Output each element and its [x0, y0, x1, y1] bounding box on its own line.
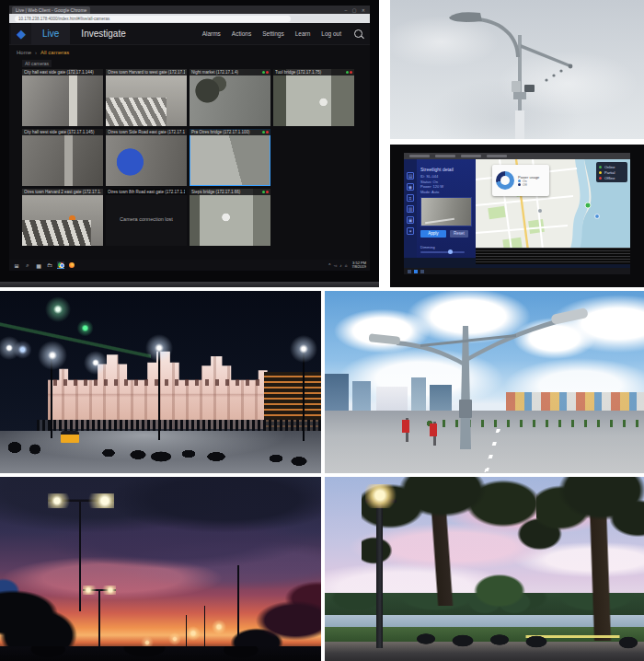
camera-label: Otres town Side Road east gate (172.17.1…	[108, 129, 185, 135]
camera-label: Otres town 8th Road east gate (172.17.1.…	[108, 189, 185, 195]
camera-label: Otres town Harvard to west gate (172.17.…	[108, 69, 185, 75]
tab-live: Live	[31, 23, 70, 45]
connection-lost-message: Camera connection lost	[106, 216, 187, 222]
donut-chart	[496, 171, 514, 190]
browser-tab: Live | Web Client - Google Chrome	[12, 6, 90, 14]
button-row: Apply Reset	[420, 230, 472, 238]
camera-label: City hall east side gate (172.17.1.144)	[24, 69, 101, 75]
system-tray: ^ ◅ ♪ ⌂ 3:52 PM 7/8/2019	[328, 261, 370, 270]
camera-label: Steps bridge (172.17.1.66)	[191, 189, 261, 195]
firefox-logo	[69, 262, 75, 268]
breadcrumb-home: Home	[17, 50, 31, 55]
right-luminaire	[550, 307, 588, 325]
streetlight-pole-graphic	[390, 0, 644, 139]
photo-collage: Live | Web Client - Google Chrome – ▢ ✕ …	[0, 0, 644, 661]
menu-item-alarms: Alarms	[202, 30, 221, 37]
vms-navbar: ◆ Live Investigate Alarms Actions Settin…	[9, 23, 370, 45]
detail-panel: Streetlight detail ID: SL-044 Status: On…	[420, 167, 472, 255]
laptop-taskbar	[404, 268, 630, 274]
slider-label: Dimming	[420, 245, 472, 249]
antenna-boom	[521, 44, 570, 67]
browser-tab	[461, 155, 481, 157]
status-dot-green	[599, 166, 602, 168]
laptop-screen: ▤ ◉ ≡ ▥ ▣ ✶ Streetlight detail ID: SL-04…	[404, 153, 630, 274]
tray-icons: ^ ◅ ♪ ⌂	[328, 263, 348, 268]
search-taskbar-icon: ⌕	[24, 261, 31, 269]
status-dot-green	[262, 131, 265, 133]
photo-sunset-streetlights	[0, 477, 321, 661]
camera-tile: Otres town Harvard 2 east gate (172.17.1…	[22, 189, 103, 246]
detail-title: Streetlight detail	[420, 167, 472, 172]
status-dot-red	[266, 191, 269, 193]
clock-date: 7/8/2019	[351, 265, 366, 270]
browser-tab	[435, 155, 455, 157]
panel-title: All cameras	[22, 60, 52, 67]
map-layers-icon: ▤	[407, 172, 414, 180]
photo-laptop-map-app: ▤ ◉ ≡ ▥ ▣ ✶ Streetlight detail ID: SL-04…	[390, 145, 644, 287]
pole-junction-box	[512, 81, 521, 92]
camera-tile: City hall east side gate (172.17.1.144)	[22, 69, 103, 126]
pole-base	[515, 110, 524, 139]
camera-icon: ◉	[407, 183, 414, 191]
list-icon: ≡	[407, 194, 414, 202]
status-dot-red	[266, 71, 269, 74]
empty-grid-cell	[273, 129, 354, 186]
event-log-strip	[476, 248, 630, 264]
dimming-control: Dimming	[420, 245, 472, 253]
tab-investigate: Investigate	[70, 23, 136, 45]
status-dot-red	[350, 71, 352, 74]
menu-item-actions: Actions	[232, 30, 251, 37]
browser-tabstrip: Live | Web Client - Google Chrome – ▢ ✕	[9, 6, 370, 14]
camera-tile: Otres town Side Road east gate (172.17.1…	[106, 129, 187, 186]
status-dot-red	[599, 177, 602, 180]
cctv-camera	[524, 85, 535, 92]
right-arm	[466, 319, 557, 363]
camera-label: Pra Otres bridge (172.17.1.100)	[191, 129, 261, 135]
url-field: 10.178.238.178:4000/index.html#/live/all…	[15, 16, 291, 22]
photo-monitor-vms: Live | Web Client - Google Chrome – ▢ ✕ …	[0, 0, 379, 287]
firefox-icon	[68, 261, 75, 269]
settings-icon: ✶	[407, 227, 414, 235]
camera-bracket	[513, 92, 526, 99]
foreground-silhouette	[0, 646, 321, 661]
camera-grid: City hall east side gate (172.17.1.144) …	[22, 69, 359, 251]
slider-knob	[448, 249, 453, 254]
left-luminaire	[369, 333, 401, 345]
taskbar-clock: 3:52 PM 7/8/2019	[351, 261, 366, 270]
pole-arm	[478, 17, 520, 57]
reset-button: Reset	[450, 230, 468, 238]
card-title: Power usage	[518, 175, 539, 180]
map-marker-blue	[595, 215, 600, 219]
camera-label: Tuol bridge (172.17.1.75)	[275, 69, 345, 75]
legend-dot-blue	[518, 180, 521, 182]
chrome-logo	[58, 262, 63, 268]
chart-icon: ▥	[407, 205, 414, 213]
status-legend: Online Partial Offline	[596, 162, 627, 182]
laptop-browser-tabs	[404, 153, 630, 159]
camera-tile-offline: Otres town 8th Road east gate (172.17.1.…	[106, 189, 187, 246]
browser-tab	[409, 155, 430, 157]
start-button-icon: ⊞	[13, 261, 20, 269]
photo-dusk-park	[325, 477, 644, 661]
windows-taskbar: ⊞ ⌕ ▦ 🗀 ^ ◅ ♪ ⌂ 3:52 PM 7/8/2019	[9, 260, 370, 271]
map-marker-grey	[538, 209, 542, 213]
menu-item-logout: Log out	[321, 30, 341, 37]
parked-motorbikes	[325, 477, 644, 661]
menu-item-settings: Settings	[262, 30, 284, 37]
camera-label: City hall west side gate (172.17.1.145)	[24, 129, 101, 135]
taskbar-icon	[420, 270, 424, 273]
status-dot-yellow	[599, 171, 602, 174]
legend-dot-navy	[518, 183, 521, 186]
donut-card-text: Power usage On Off	[518, 175, 539, 187]
vms-menu: Alarms Actions Settings Learn Log out	[202, 29, 370, 38]
power-usage-card: Power usage On Off	[492, 165, 549, 196]
people-and-motorbikes	[0, 291, 321, 473]
chrome-icon	[57, 261, 64, 269]
app-sidebar: ▤ ◉ ≡ ▥ ▣ ✶ Streetlight detail ID: SL-04…	[404, 159, 476, 258]
status-label: Partial	[604, 170, 615, 175]
camera-label: Otres town Harvard 2 east gate (172.17.1…	[24, 189, 101, 195]
desk-edge	[0, 282, 379, 287]
menu-item-learn: Learn	[295, 30, 311, 37]
file-explorer-icon: 🗀	[46, 261, 53, 269]
vms-logo-icon: ◆	[11, 24, 31, 44]
